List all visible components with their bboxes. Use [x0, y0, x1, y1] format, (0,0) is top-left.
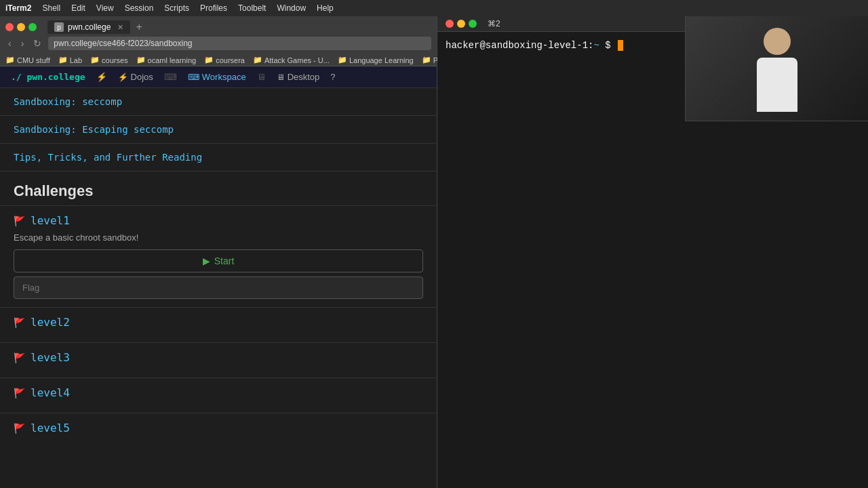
menubar-toolbelt[interactable]: Toolbelt	[238, 3, 266, 13]
start-label-1: Start	[214, 256, 235, 266]
pwn-nav: ./ pwn.college ⚡ ⚡ Dojos ⌨ ⌨ Workspace 🖥…	[0, 66, 437, 88]
bookmark-cmu[interactable]: 📁 CMU stuff	[5, 56, 50, 64]
nav-desktop[interactable]: 🖥 Desktop	[277, 72, 320, 82]
terminal-title: ⌘2	[488, 19, 500, 28]
flag-icon-1: 🚩	[14, 216, 25, 226]
person-silhouette	[750, 28, 804, 109]
maximize-window-button[interactable]	[28, 23, 37, 31]
menubar-window[interactable]: Window	[277, 3, 306, 13]
pwn-logo[interactable]: ./ pwn.college	[11, 72, 85, 82]
challenge-title-row-4: 🚩 level4	[14, 386, 423, 399]
challenge-title-4[interactable]: level4	[31, 386, 70, 399]
menubar-edit[interactable]: Edit	[71, 3, 85, 13]
nav-dojos[interactable]: ⚡ Dojos	[118, 72, 153, 82]
bookmarks-bar: 📁 CMU stuff 📁 Lab 📁 courses 📁 ocaml lear…	[0, 54, 437, 66]
webcam-feed	[686, 16, 868, 121]
tab-favicon: p	[54, 22, 64, 32]
challenge-level1: 🚩 level1 Escape a basic chroot sandbox! …	[0, 205, 437, 307]
minimize-window-button[interactable]	[17, 23, 25, 31]
challenge-level4: 🚩 level4	[0, 378, 437, 413]
forward-button[interactable]: ›	[18, 37, 27, 50]
person-body	[757, 58, 797, 112]
terminal-traffic-lights	[446, 20, 477, 28]
browser-chrome: p pwn.college ✕ + ‹ › ↻ pwn.college/cse4…	[0, 16, 437, 54]
menubar-app[interactable]: iTerm2	[5, 3, 31, 13]
section-link-seccomp[interactable]: Sandboxing: seccomp	[0, 88, 437, 115]
person-head	[764, 28, 791, 55]
bookmark-courses[interactable]: 📁 courses	[90, 56, 128, 64]
traffic-lights	[5, 23, 37, 31]
challenge-title-row-1: 🚩 level1	[14, 214, 423, 227]
dojos-icon: ⚡	[118, 73, 128, 82]
terminal-close-button[interactable]	[446, 20, 454, 28]
prompt-path: ~	[593, 40, 599, 51]
page-content: ./ pwn.college ⚡ ⚡ Dojos ⌨ ⌨ Workspace 🖥…	[0, 66, 437, 488]
challenge-title-1[interactable]: level1	[31, 214, 70, 227]
prompt-at: @	[479, 40, 485, 51]
section-escaping: Sandboxing: Escaping seccomp	[0, 116, 437, 144]
terminal-maximize-button[interactable]	[469, 20, 477, 28]
play-icon: ▶	[203, 256, 210, 266]
menubar-scripts[interactable]: Scripts	[164, 3, 189, 13]
menubar-shell[interactable]: Shell	[42, 3, 60, 13]
prompt-user: hacker	[446, 40, 479, 51]
challenge-level2: 🚩 level2	[0, 307, 437, 342]
bookmark-language[interactable]: 📁 Language Learning	[338, 56, 414, 64]
challenge-title-row-3: 🚩 level3	[14, 351, 423, 364]
address-text: pwn.college/cse466-f2023/sandboxing	[54, 39, 192, 48]
back-button[interactable]: ‹	[5, 37, 14, 50]
menubar-session[interactable]: Session	[125, 3, 154, 13]
challenge-desc-1: Escape a basic chroot sandbox!	[14, 232, 423, 243]
nav-workspace[interactable]: ⌨ Workspace	[188, 72, 246, 82]
workspace-icon: ⌨	[188, 73, 199, 82]
menubar-view[interactable]: View	[96, 3, 114, 13]
section-link-escaping[interactable]: Sandboxing: Escaping seccomp	[0, 116, 437, 143]
tab-close-button[interactable]: ✕	[117, 23, 123, 32]
webcam-overlay	[685, 16, 868, 121]
address-bar[interactable]: pwn.college/cse466-f2023/sandboxing	[48, 37, 431, 50]
challenges-section: Challenges 🚩 level1 Escape a basic chroo…	[0, 171, 437, 448]
start-button-1[interactable]: ▶ Start	[14, 249, 423, 272]
active-tab[interactable]: p pwn.college ✕	[47, 20, 130, 34]
challenge-level5: 🚩 level5	[0, 413, 437, 448]
challenge-title-3[interactable]: level3	[31, 351, 70, 364]
flag-icon-2: 🚩	[14, 317, 25, 328]
section-seccomp: Sandboxing: seccomp	[0, 88, 437, 116]
menubar-profiles[interactable]: Profiles	[200, 3, 227, 13]
bookmark-ocaml[interactable]: 📁 ocaml learning	[136, 56, 197, 64]
challenge-title-5[interactable]: level5	[31, 422, 70, 434]
desktop-icon: 🖥	[277, 73, 285, 82]
nav-help[interactable]: ?	[330, 72, 335, 82]
browser-window: p pwn.college ✕ + ‹ › ↻ pwn.college/cse4…	[0, 16, 437, 488]
reload-button[interactable]: ↻	[31, 37, 44, 50]
terminal-window: ⌘2 hacker @ sandboxing-level-1 : ~ $	[437, 16, 868, 488]
tab-bar: p pwn.college ✕ +	[47, 20, 145, 34]
challenge-title-row-5: 🚩 level5	[14, 422, 423, 434]
challenges-header: Challenges	[0, 171, 437, 205]
menubar-help[interactable]: Help	[317, 3, 334, 13]
menubar: iTerm2 Shell Edit View Session Scripts P…	[0, 0, 868, 16]
bookmark-lab[interactable]: 📁 Lab	[58, 56, 82, 64]
challenge-level3: 🚩 level3	[0, 342, 437, 378]
flag-icon-4: 🚩	[14, 388, 25, 399]
address-bar-row: ‹ › ↻ pwn.college/cse466-f2023/sandboxin…	[5, 37, 431, 50]
section-link-tips[interactable]: Tips, Tricks, and Further Reading	[0, 144, 437, 171]
flag-icon-5: 🚩	[14, 423, 25, 434]
tab-label: pwn.college	[68, 22, 111, 32]
new-tab-button[interactable]: +	[133, 21, 144, 33]
close-window-button[interactable]	[5, 23, 14, 31]
prompt-host: sandboxing-level-1	[486, 40, 588, 51]
challenge-title-2[interactable]: level2	[31, 316, 70, 329]
challenge-title-row-2: 🚩 level2	[14, 316, 423, 329]
main-content: p pwn.college ✕ + ‹ › ↻ pwn.college/cse4…	[0, 16, 868, 488]
bookmark-coursera[interactable]: 📁 coursera	[204, 56, 245, 64]
flag-input-1[interactable]	[14, 277, 423, 299]
terminal-minimize-button[interactable]	[457, 20, 465, 28]
bookmark-attack-games[interactable]: 📁 Attack Games - U...	[253, 56, 330, 64]
flag-icon-3: 🚩	[14, 352, 25, 363]
browser-controls: p pwn.college ✕ +	[5, 20, 431, 34]
terminal-cursor	[618, 40, 623, 51]
section-tips: Tips, Tricks, and Further Reading	[0, 144, 437, 171]
